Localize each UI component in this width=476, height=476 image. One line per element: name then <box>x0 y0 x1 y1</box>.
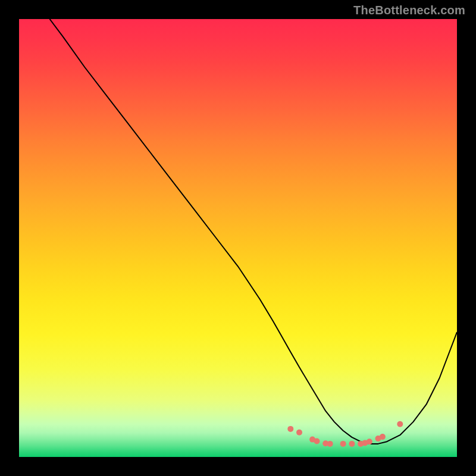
bottleneck-curve <box>50 19 458 444</box>
curve-marker <box>349 441 355 447</box>
curve-marker <box>340 441 346 447</box>
curve-marker <box>380 434 386 440</box>
curve-marker <box>367 439 372 444</box>
curve-marker <box>327 441 333 447</box>
curve-marker <box>296 430 302 436</box>
watermark-text: TheBottleneck.com <box>353 4 465 17</box>
curve-marker <box>314 439 320 444</box>
curve-marker <box>287 426 293 432</box>
curve-marker <box>397 421 403 427</box>
